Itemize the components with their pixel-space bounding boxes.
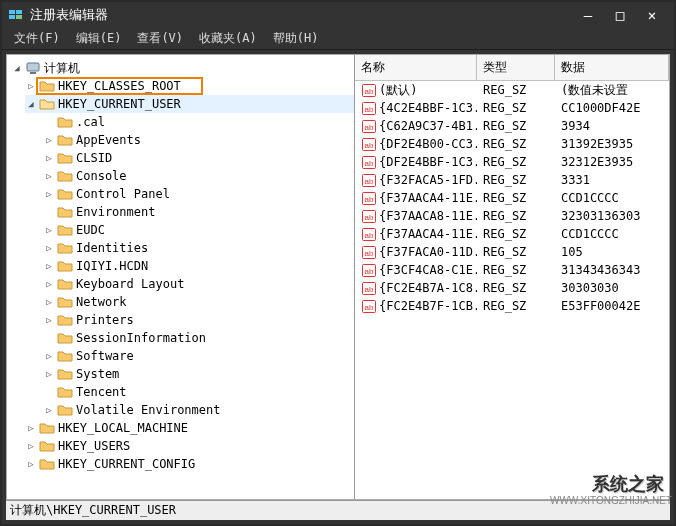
tree-subkey[interactable]: ▷Network: [43, 293, 354, 311]
expander-closed-icon[interactable]: ▷: [43, 296, 55, 308]
list-row[interactable]: ab{C62A9C37-4B1...REG_SZ3934: [355, 117, 669, 135]
string-value-icon: ab: [361, 245, 377, 259]
tree-subkey[interactable]: ▷EUDC: [43, 221, 354, 239]
folder-icon: [39, 438, 55, 454]
tree-subkey[interactable]: ▷Volatile Environment: [43, 401, 354, 419]
expander-closed-icon[interactable]: ▷: [25, 80, 37, 92]
value-name: {F37AACA4-11E...: [379, 191, 477, 205]
svg-text:ab: ab: [365, 231, 374, 240]
close-button[interactable]: ✕: [636, 3, 668, 27]
col-type-header[interactable]: 类型: [477, 55, 555, 80]
expander-closed-icon[interactable]: ▷: [43, 368, 55, 380]
tree-subkey[interactable]: Tencent: [43, 383, 354, 401]
folder-icon: [57, 384, 73, 400]
maximize-button[interactable]: □: [604, 3, 636, 27]
value-type: REG_SZ: [477, 172, 555, 188]
folder-icon: [57, 240, 73, 256]
value-name: {DF2E4B00-CC3...: [379, 137, 477, 151]
value-data: 3934: [555, 118, 669, 134]
tree-pane[interactable]: ◢ 计算机 ▷ HKEY_CLASSES_ROOT ◢: [7, 55, 355, 499]
expander-closed-icon[interactable]: ▷: [43, 314, 55, 326]
list-row[interactable]: ab{DF2E4BBF-1C3...REG_SZ32312E3935: [355, 153, 669, 171]
list-row[interactable]: ab{F37FACA0-11D...REG_SZ105: [355, 243, 669, 261]
value-type: REG_SZ: [477, 208, 555, 224]
tree-hive[interactable]: ▷ HKEY_LOCAL_MACHINE: [25, 419, 354, 437]
tree-subkey[interactable]: ▷IQIYI.HCDN: [43, 257, 354, 275]
tree-label: .cal: [76, 115, 105, 129]
list-row[interactable]: ab(默认)REG_SZ(数值未设置: [355, 81, 669, 99]
menu-favorites[interactable]: 收藏夹(A): [191, 28, 265, 49]
list-row[interactable]: ab{DF2E4B00-CC3...REG_SZ31392E3935: [355, 135, 669, 153]
tree-subkey[interactable]: ▷System: [43, 365, 354, 383]
list-row[interactable]: ab{4C2E4BBF-1C3...REG_SZCC1000DF42E: [355, 99, 669, 117]
expander-none: [43, 332, 55, 344]
tree-subkey[interactable]: .cal: [43, 113, 354, 131]
tree-subkey[interactable]: Environment: [43, 203, 354, 221]
expander-closed-icon[interactable]: ▷: [43, 260, 55, 272]
tree-subkey[interactable]: ▷Identities: [43, 239, 354, 257]
expander-closed-icon[interactable]: ▷: [43, 188, 55, 200]
list-row[interactable]: ab{F32FACA5-1FD...REG_SZ3331: [355, 171, 669, 189]
list-row[interactable]: ab{F37AACA8-11E...REG_SZ32303136303: [355, 207, 669, 225]
tree-subkey[interactable]: SessionInformation: [43, 329, 354, 347]
menu-help[interactable]: 帮助(H): [265, 28, 327, 49]
list-body[interactable]: ab(默认)REG_SZ(数值未设置ab{4C2E4BBF-1C3...REG_…: [355, 81, 669, 499]
expander-closed-icon[interactable]: ▷: [43, 134, 55, 146]
value-data: 105: [555, 244, 669, 260]
tree-subkey[interactable]: ▷Keyboard Layout: [43, 275, 354, 293]
menu-edit[interactable]: 编辑(E): [68, 28, 130, 49]
string-value-icon: ab: [361, 227, 377, 241]
tree-hive[interactable]: ▷ HKEY_CURRENT_CONFIG: [25, 455, 354, 473]
tree-subkey[interactable]: ▷Control Panel: [43, 185, 354, 203]
window-title: 注册表编辑器: [30, 6, 572, 24]
expander-closed-icon[interactable]: ▷: [43, 242, 55, 254]
expander-open-icon[interactable]: ◢: [11, 62, 23, 74]
tree-subkey[interactable]: ▷Console: [43, 167, 354, 185]
tree-label: Volatile Environment: [76, 403, 221, 417]
folder-icon: [57, 294, 73, 310]
value-name: {4C2E4BBF-1C3...: [379, 101, 477, 115]
string-value-icon: ab: [361, 155, 377, 169]
expander-closed-icon[interactable]: ▷: [43, 404, 55, 416]
tree-hive[interactable]: ▷ HKEY_CLASSES_ROOT: [25, 77, 354, 95]
col-data-header[interactable]: 数据: [555, 55, 669, 80]
list-row[interactable]: ab{FC2E4B7F-1CB...REG_SZE53FF00042E: [355, 297, 669, 315]
menu-view[interactable]: 查看(V): [129, 28, 191, 49]
expander-none: [43, 116, 55, 128]
svg-rect-5: [30, 72, 36, 74]
expander-open-icon[interactable]: ◢: [25, 98, 37, 110]
expander-closed-icon[interactable]: ▷: [43, 152, 55, 164]
tree-hive[interactable]: ▷ HKEY_USERS: [25, 437, 354, 455]
value-type: REG_SZ: [477, 280, 555, 296]
tree-subkey[interactable]: ▷Software: [43, 347, 354, 365]
titlebar: 注册表编辑器 — □ ✕: [2, 2, 674, 28]
list-row[interactable]: ab{F37AACA4-11E...REG_SZCCD1CCCC: [355, 225, 669, 243]
tree-subkey[interactable]: ▷Printers: [43, 311, 354, 329]
svg-rect-1: [16, 10, 22, 14]
expander-closed-icon[interactable]: ▷: [25, 440, 37, 452]
list-row[interactable]: ab{FC2E4B7A-1C8...REG_SZ30303030: [355, 279, 669, 297]
value-data: E53FF00042E: [555, 298, 669, 314]
list-row[interactable]: ab{F3CF4CA8-C1E...REG_SZ31343436343: [355, 261, 669, 279]
expander-closed-icon[interactable]: ▷: [43, 170, 55, 182]
expander-closed-icon[interactable]: ▷: [43, 224, 55, 236]
list-pane: 名称 类型 数据 ab(默认)REG_SZ(数值未设置ab{4C2E4BBF-1…: [355, 55, 669, 499]
expander-closed-icon[interactable]: ▷: [43, 350, 55, 362]
tree-root[interactable]: ◢ 计算机: [7, 59, 354, 77]
tree-label: CLSID: [76, 151, 112, 165]
tree-subkey[interactable]: ▷AppEvents: [43, 131, 354, 149]
svg-text:ab: ab: [365, 177, 374, 186]
col-name-header[interactable]: 名称: [355, 55, 477, 80]
expander-closed-icon[interactable]: ▷: [25, 422, 37, 434]
folder-icon: [57, 258, 73, 274]
tree-label: Console: [76, 169, 127, 183]
list-row[interactable]: ab{F37AACA4-11E...REG_SZCCD1CCCC: [355, 189, 669, 207]
expander-closed-icon[interactable]: ▷: [25, 458, 37, 470]
minimize-button[interactable]: —: [572, 3, 604, 27]
tree-subkey[interactable]: ▷CLSID: [43, 149, 354, 167]
expander-closed-icon[interactable]: ▷: [43, 278, 55, 290]
string-value-icon: ab: [361, 83, 377, 97]
tree-hive-selected[interactable]: ◢ HKEY_CURRENT_USER: [25, 95, 354, 113]
svg-text:ab: ab: [365, 159, 374, 168]
menu-file[interactable]: 文件(F): [6, 28, 68, 49]
